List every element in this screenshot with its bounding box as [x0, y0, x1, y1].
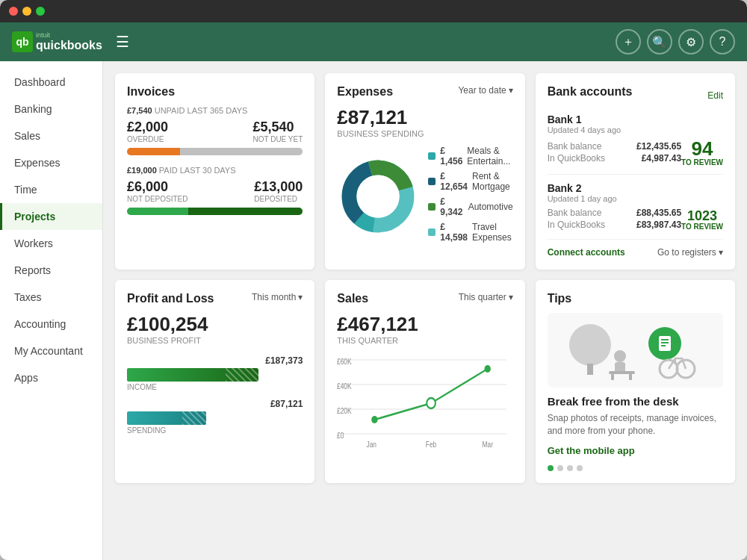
svg-text:£60K: £60K	[337, 358, 352, 366]
pl-amount: £100,254	[127, 313, 303, 336]
sales-amount: £467,121	[337, 313, 512, 336]
tips-card-title: Break free from the desk	[548, 395, 723, 408]
tips-dot-3[interactable]	[577, 465, 583, 471]
invoices-overdue-block: £2,000 OVERDUE	[127, 119, 168, 143]
bank1-review-badge[interactable]: 94 TO REVIEW	[681, 139, 723, 167]
pl-spending-bar	[127, 411, 206, 425]
add-button[interactable]: ＋	[616, 29, 641, 55]
sidebar-item-projects[interactable]: Projects	[0, 203, 102, 230]
bank2-name: Bank 2	[548, 182, 723, 194]
legend-dot-1	[428, 178, 436, 185]
notdeposited-bar-fill	[127, 208, 188, 215]
sidebar-item-dashboard[interactable]: Dashboard	[0, 69, 102, 96]
menu-toggle-button[interactable]: ☰	[113, 30, 132, 54]
pl-spending-bar-row: £87,121 SPENDING	[127, 399, 303, 435]
svg-point-21	[614, 350, 626, 362]
tips-card: Tips	[536, 280, 735, 483]
invoices-notdue-label: NOT DUE YET	[252, 135, 303, 143]
sidebar-item-expenses[interactable]: Expenses	[0, 149, 102, 176]
bank1-balance-row: Bank balance £12,435.65	[548, 141, 681, 152]
sidebar-item-accounting[interactable]: Accounting	[0, 311, 102, 337]
bank2-balances: Bank balance £88,435.65 In QuickBooks £8…	[548, 208, 723, 231]
expenses-period-selector[interactable]: Year to date ▾	[458, 85, 512, 96]
bank-edit-link[interactable]: Edit	[707, 90, 723, 101]
bank1-updated: Updated 4 days ago	[548, 125, 723, 134]
expenses-title: Expenses	[337, 85, 393, 99]
tips-mobile-link[interactable]: Get the mobile app	[548, 445, 723, 456]
bank2-qb-row: In QuickBooks £83,987.43	[548, 220, 681, 230]
sales-card: Sales This quarter ▾ £467,121 THIS QUART…	[325, 280, 524, 483]
pl-spending-sub: SPENDING	[127, 426, 303, 435]
svg-point-13	[372, 416, 378, 423]
minimize-button[interactable]	[22, 7, 31, 16]
bank-item-0: Bank 1 Updated 4 days ago Bank balance £…	[548, 113, 723, 175]
tips-dot-1[interactable]	[557, 465, 563, 471]
invoices-deposited-label: DEPOSITED	[254, 195, 303, 203]
settings-button[interactable]: ⚙	[678, 29, 704, 55]
legend-item-3: £ 14,598 Travel Expenses	[428, 222, 512, 243]
bank1-balances: Bank balance £12,435.65 In QuickBooks £4…	[548, 139, 723, 167]
svg-text:Mar: Mar	[483, 441, 493, 449]
sidebar: Dashboard Banking Sales Expenses Time Pr…	[0, 61, 103, 560]
invoices-paid-row: £6,000 NOT DEPOSITED £13,000 DEPOSITED	[127, 179, 303, 203]
pl-income-sub: INCOME	[127, 383, 303, 391]
help-button[interactable]: ?	[710, 29, 735, 55]
pl-period-selector[interactable]: This month ▾	[252, 292, 303, 302]
connect-accounts-link[interactable]: Connect accounts	[548, 247, 625, 258]
sales-period-selector[interactable]: This quarter ▾	[459, 292, 513, 302]
bank2-updated: Updated 1 day ago	[548, 194, 723, 203]
sidebar-item-taxes[interactable]: Taxes	[0, 284, 102, 311]
svg-text:Jan: Jan	[367, 441, 377, 449]
close-button[interactable]	[9, 7, 18, 16]
pl-sub: BUSINESS PROFIT	[127, 336, 303, 345]
pl-title: Profit and Loss	[127, 292, 214, 305]
search-button[interactable]: 🔍	[647, 29, 672, 55]
go-to-registers-link[interactable]: Go to registers ▾	[657, 247, 723, 258]
logo: qb intuit quickbooks	[12, 31, 102, 52]
invoices-overdue-label: OVERDUE	[127, 135, 168, 143]
sales-header: Sales This quarter ▾	[337, 292, 512, 313]
sidebar-item-sales[interactable]: Sales	[0, 122, 102, 149]
maximize-button[interactable]	[36, 7, 45, 16]
legend-dot-0	[428, 152, 436, 160]
bank-title: Bank accounts	[548, 85, 633, 99]
svg-point-15	[485, 365, 491, 373]
tips-dot-0[interactable]	[548, 465, 554, 471]
sidebar-item-my-accountant[interactable]: My Accountant	[0, 337, 102, 364]
expenses-donut-chart	[337, 155, 419, 237]
sidebar-item-workers[interactable]: Workers	[0, 230, 102, 257]
sidebar-item-banking[interactable]: Banking	[0, 96, 102, 122]
pl-income-bar	[127, 368, 258, 382]
tips-dots	[548, 465, 723, 471]
bank2-balance-row: Bank balance £88,435.65	[548, 208, 681, 218]
sidebar-item-time[interactable]: Time	[0, 176, 102, 203]
invoices-amounts-row: £2,000 OVERDUE £5,540 NOT DUE YET	[127, 119, 303, 143]
invoices-overdue-bar	[127, 148, 303, 155]
content-area: Invoices £7,540 UNPAID LAST 365 DAYS £2,…	[103, 61, 747, 560]
expenses-body: £ 1,456 Meals & Entertain... £ 12,654 Re…	[337, 146, 512, 247]
legend-item-0: £ 1,456 Meals & Entertain...	[428, 146, 512, 167]
invoices-notdue-amount: £5,540	[252, 119, 303, 135]
sidebar-item-reports[interactable]: Reports	[0, 257, 102, 284]
tips-dot-2[interactable]	[567, 465, 573, 471]
topbar-right: ＋ 🔍 ⚙ ?	[616, 29, 735, 55]
bank-connect-row: Connect accounts Go to registers ▾	[548, 247, 723, 258]
svg-rect-20	[587, 364, 593, 375]
tips-desc: Snap photos of receipts, manage invoices…	[548, 412, 723, 438]
overdue-bar-fill	[127, 148, 180, 155]
bank2-balance-info: Bank balance £88,435.65 In QuickBooks £8…	[548, 208, 681, 231]
expenses-sub: BUSINESS SPENDING	[337, 129, 512, 138]
svg-text:Feb: Feb	[426, 441, 436, 449]
svg-rect-24	[611, 374, 614, 380]
invoices-notdeposited-block: £6,000 NOT DEPOSITED	[127, 179, 188, 203]
titlebar	[0, 0, 747, 22]
sidebar-item-apps[interactable]: Apps	[0, 364, 102, 391]
invoices-notdue-block: £5,540 NOT DUE YET	[252, 119, 303, 143]
invoices-deposited-block: £13,000 DEPOSITED	[254, 179, 303, 203]
bank2-review-badge[interactable]: 1023 TO REVIEW	[681, 209, 723, 231]
bank1-review-label: TO REVIEW	[681, 158, 723, 167]
invoices-card: Invoices £7,540 UNPAID LAST 365 DAYS £2,…	[115, 73, 314, 270]
svg-point-14	[427, 398, 436, 408]
svg-rect-23	[609, 371, 635, 374]
bank-header: Bank accounts Edit	[548, 85, 723, 106]
